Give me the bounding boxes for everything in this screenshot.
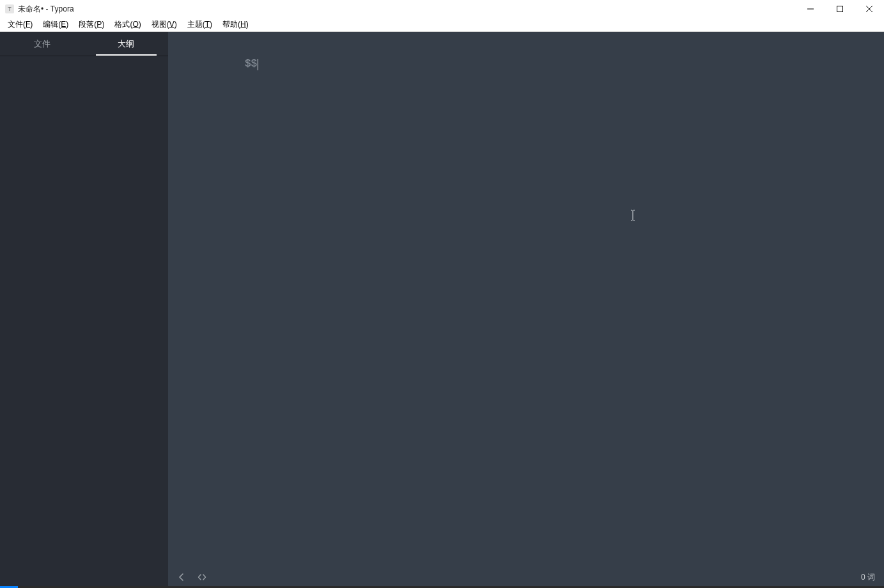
sidebar-tabs: 文件 大纲 bbox=[0, 32, 168, 56]
editor-line[interactable]: $$ bbox=[245, 56, 807, 73]
text-cursor bbox=[258, 59, 258, 70]
menu-theme[interactable]: 主题(T) bbox=[182, 18, 217, 31]
main-split: 文件 大纲 $$ bbox=[0, 32, 884, 586]
menubar: 文件(F) 编辑(E) 段落(P) 格式(O) 视图(V) 主题(T) 帮助(H… bbox=[0, 18, 884, 32]
window-controls bbox=[796, 0, 884, 18]
maximize-button[interactable] bbox=[825, 0, 855, 18]
sidebar-tab-label: 文件 bbox=[34, 38, 50, 50]
menu-format[interactable]: 格式(O) bbox=[109, 18, 146, 31]
editor-area[interactable]: $$ bbox=[168, 32, 884, 568]
sidebar-tab-files[interactable]: 文件 bbox=[0, 32, 84, 56]
menu-paragraph[interactable]: 段落(P) bbox=[74, 18, 109, 31]
sidebar-tab-label: 大纲 bbox=[118, 38, 134, 50]
minimize-button[interactable] bbox=[796, 0, 825, 18]
menu-view[interactable]: 视图(V) bbox=[146, 18, 182, 31]
menu-help[interactable]: 帮助(H) bbox=[217, 18, 254, 31]
menu-file[interactable]: 文件(F) bbox=[3, 18, 38, 31]
close-button[interactable] bbox=[855, 0, 884, 18]
outline-panel bbox=[0, 56, 168, 586]
sidebar: 文件 大纲 bbox=[0, 32, 168, 586]
word-count[interactable]: 0 词 bbox=[861, 572, 875, 583]
sidebar-tab-outline[interactable]: 大纲 bbox=[84, 32, 169, 56]
svg-rect-1 bbox=[837, 6, 843, 12]
menu-edit[interactable]: 编辑(E) bbox=[38, 18, 74, 31]
editor-content: $$ bbox=[245, 56, 257, 73]
statusbar: 0 词 bbox=[168, 568, 884, 586]
editor-wrap: $$ 0 词 bbox=[168, 32, 884, 586]
back-button[interactable] bbox=[177, 573, 186, 582]
status-left bbox=[177, 573, 206, 582]
window-title: 未命名• - Typora bbox=[18, 4, 74, 15]
window-titlebar: T 未命名• - Typora bbox=[0, 0, 884, 18]
source-code-toggle[interactable] bbox=[198, 573, 206, 582]
app-icon: T bbox=[5, 4, 14, 13]
